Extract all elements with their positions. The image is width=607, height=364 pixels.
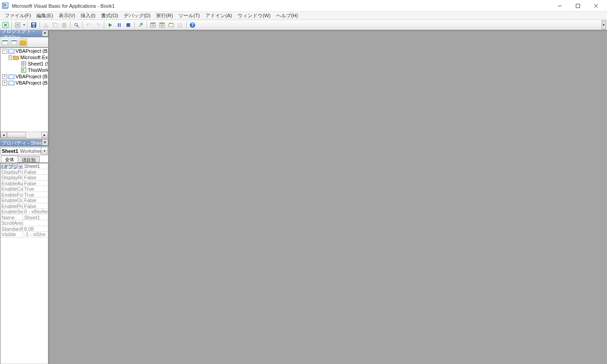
menu-help[interactable]: ヘルプ(H) [273, 12, 301, 20]
expand-button[interactable]: − [2, 49, 7, 54]
property-row[interactable]: DisplayPagFalse [0, 169, 48, 175]
project-pane-title: プロジェクト - VBAProj ✕ [0, 30, 48, 37]
tab-categorized[interactable]: 項目別 [18, 156, 40, 162]
tree-item[interactable]: ThisWork [0, 67, 48, 73]
property-row[interactable]: EnableAutoFalse [0, 181, 48, 187]
property-value[interactable]: False [23, 203, 48, 209]
break-button[interactable] [115, 20, 124, 30]
properties-pane-close[interactable]: ✕ [42, 139, 48, 146]
menubar: ファイル(F) 編集(E) 表示(V) 挿入(I) 書式(O) デバッグ(D) … [0, 12, 607, 20]
toolbox-button[interactable] [176, 20, 185, 30]
properties-window-button[interactable] [157, 20, 167, 30]
property-value[interactable]: False [23, 169, 48, 175]
property-row[interactable]: ScrollArea [0, 220, 48, 226]
property-name: ScrollArea [0, 220, 23, 226]
tree-item[interactable]: +VBAProject (B [0, 73, 48, 80]
paste-button[interactable] [60, 20, 69, 30]
properties-pane-title: プロパティ - Sheet1 ✕ [0, 139, 48, 147]
project-tree[interactable]: −VBAProject (B−Microsoft ExSheet1 (SThis… [0, 47, 48, 138]
property-value[interactable]: -1 - xlShe [23, 232, 48, 237]
property-value[interactable]: True [23, 186, 48, 192]
object-type: Worksheet [20, 148, 44, 154]
property-name: DisplayPag [0, 169, 23, 175]
find-button[interactable] [72, 20, 81, 30]
tree-item[interactable]: −Microsoft Ex [0, 54, 48, 61]
undo-button[interactable] [84, 20, 93, 30]
property-name: Visible [0, 232, 23, 237]
property-value[interactable]: 8.08 [23, 226, 48, 232]
property-name: EnablePivo [0, 203, 23, 209]
tree-item[interactable]: +VBAProject (B [0, 80, 48, 86]
expand-button[interactable]: + [2, 74, 7, 79]
reset-button[interactable] [124, 20, 133, 30]
property-row[interactable]: EnablePivoFalse [0, 203, 48, 209]
property-value[interactable]: 0 - xlNoRe [23, 209, 48, 214]
project-pane-label: プロジェクト - VBAProj [1, 28, 47, 40]
scroll-left[interactable]: ◂ [0, 132, 7, 138]
property-value[interactable]: False [23, 175, 48, 180]
property-value[interactable]: False [23, 181, 48, 186]
scroll-thumb[interactable] [7, 132, 26, 138]
close-button[interactable] [587, 0, 605, 11]
property-value[interactable]: Sheet1 [23, 215, 48, 220]
tree-item[interactable]: −VBAProject (B [0, 48, 48, 54]
menu-insert[interactable]: 挿入(I) [78, 12, 98, 20]
property-row[interactable]: EnableCalcTrue [0, 186, 48, 192]
object-selector-dropdown[interactable]: ▾ [41, 147, 47, 155]
property-value[interactable] [23, 220, 48, 226]
property-name: EnableAuto [0, 181, 23, 186]
property-row[interactable]: DisplayRigFalse [0, 175, 48, 181]
svg-rect-22 [126, 23, 130, 27]
run-button[interactable] [106, 20, 115, 30]
svg-rect-1 [3, 2, 8, 8]
property-row[interactable]: EnableFormTrue [0, 192, 48, 198]
help-button[interactable]: ? [188, 20, 197, 30]
property-row[interactable]: EnableSele0 - xlNoRe [0, 209, 48, 215]
menu-view[interactable]: 表示(V) [56, 12, 78, 20]
property-row[interactable]: (オブジェクトSheet1 [0, 163, 48, 169]
tree-item[interactable]: Sheet1 (S [0, 61, 48, 67]
tree-item-label: VBAProject (B [15, 74, 47, 79]
expand-button[interactable]: + [2, 81, 7, 86]
window-title: Microsoft Visual Basic for Applications … [12, 3, 551, 9]
property-grid[interactable]: (オブジェクトSheet1DisplayPagFalseDisplayRigFa… [0, 163, 48, 364]
property-row[interactable]: Visible-1 - xlShe [0, 232, 48, 238]
toolbar-overflow[interactable]: ▾ [602, 20, 606, 30]
maximize-button[interactable] [569, 0, 587, 11]
svg-rect-21 [120, 23, 121, 27]
property-value[interactable]: False [23, 197, 48, 203]
object-browser-button[interactable] [167, 20, 176, 30]
menu-window[interactable]: ウィンドウ(W) [235, 12, 273, 20]
property-row[interactable]: NameSheet1 [0, 215, 48, 221]
property-value[interactable]: True [23, 192, 48, 197]
menu-addins[interactable]: アドイン(A) [202, 12, 235, 20]
menu-run[interactable]: 実行(R) [153, 12, 176, 20]
object-selector[interactable]: Sheet1 Worksheet ▾ [0, 147, 48, 155]
project-explorer-button[interactable] [148, 20, 157, 30]
menu-tools[interactable]: ツール(T) [176, 12, 202, 20]
menu-format[interactable]: 書式(O) [98, 12, 121, 20]
property-name: StandardWi [0, 226, 23, 232]
property-value[interactable]: Sheet1 [23, 163, 48, 169]
menu-edit[interactable]: 編集(E) [34, 12, 56, 20]
separator [70, 21, 71, 29]
expand-button[interactable]: − [9, 55, 12, 60]
separator [186, 21, 187, 29]
property-row[interactable]: StandardWi8.08 [0, 226, 48, 232]
separator [104, 21, 104, 29]
copy-button[interactable] [51, 20, 60, 30]
redo-button[interactable] [93, 20, 102, 30]
project-pane-close[interactable]: ✕ [42, 30, 48, 36]
minimize-button[interactable] [551, 0, 569, 11]
tree-item-label: Microsoft Ex [20, 55, 48, 60]
property-row[interactable]: EnableOutliFalse [0, 197, 48, 203]
menu-debug[interactable]: デバッグ(D) [121, 12, 153, 20]
menu-file[interactable]: ファイル(F) [2, 12, 34, 20]
tree-scrollbar[interactable]: ◂▸ [0, 131, 48, 138]
tab-alphabetic[interactable]: 全体 [1, 156, 18, 162]
svg-rect-20 [118, 23, 119, 27]
design-mode-button[interactable] [136, 20, 145, 30]
svg-text:?: ? [191, 22, 194, 27]
project-icon [8, 74, 15, 79]
scroll-right[interactable]: ▸ [41, 132, 48, 138]
